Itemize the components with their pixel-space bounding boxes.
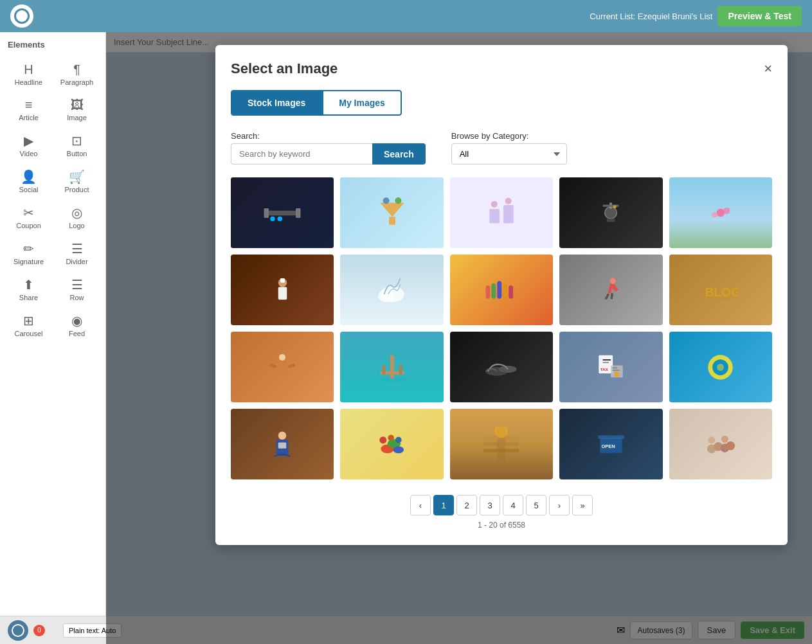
image-tabs: Stock Images My Images [231, 90, 402, 116]
svg-rect-15 [607, 219, 615, 222]
sidebar-item-row[interactable]: ☰ Row [53, 272, 100, 307]
svg-point-4 [278, 216, 283, 221]
svg-rect-0 [266, 210, 300, 215]
svg-point-10 [491, 201, 498, 207]
pagination-page-5[interactable]: 5 [526, 495, 546, 515]
pagination-page-4[interactable]: 4 [503, 495, 523, 515]
svg-rect-14 [603, 205, 619, 207]
sidebar-label-social: Social [19, 186, 39, 193]
article-icon: ≡ [25, 98, 33, 112]
svg-point-59 [388, 434, 394, 441]
tab-my-images[interactable]: My Images [322, 90, 402, 116]
sidebar-item-product[interactable]: 🛒 Product [53, 164, 100, 199]
sidebar-label-share: Share [19, 294, 38, 301]
logo-small [8, 620, 28, 641]
image-thumb[interactable] [450, 255, 553, 325]
feed-icon: ◉ [71, 313, 82, 328]
image-icon: 🖼 [71, 98, 84, 112]
svg-rect-8 [489, 209, 500, 223]
svg-rect-42 [603, 359, 611, 361]
svg-point-52 [278, 431, 287, 440]
svg-point-24 [378, 290, 394, 302]
app-header: Current List: Ezequiel Bruni's List Prev… [0, 0, 812, 32]
sidebar-item-image[interactable]: 🖼 Image [53, 93, 100, 127]
image-thumb[interactable] [450, 332, 553, 402]
sidebar-item-article[interactable]: ≡ Article [5, 93, 52, 127]
pagination-prev[interactable]: ‹ [410, 495, 431, 515]
sidebar-label-signature: Signature [14, 258, 44, 265]
svg-point-51 [717, 364, 724, 371]
share-icon: ⬆ [23, 277, 34, 292]
image-thumb[interactable] [450, 177, 553, 248]
app-logo [10, 4, 33, 28]
image-thumb[interactable] [669, 409, 772, 479]
sidebar-label-carousel: Carousel [14, 330, 42, 337]
pagination-page-3[interactable]: 3 [480, 495, 500, 515]
image-thumb[interactable] [231, 177, 334, 248]
current-list-text: Current List: Ezequiel Bruni's List [590, 12, 712, 21]
image-thumb[interactable] [559, 255, 662, 325]
sidebar-item-feed[interactable]: ◉ Feed [53, 308, 100, 343]
preview-test-button[interactable]: Preview & Test [717, 6, 802, 26]
browse-label: Browse by Category: [451, 131, 567, 141]
svg-point-57 [393, 446, 404, 453]
image-thumb[interactable] [340, 177, 443, 248]
svg-point-11 [505, 197, 512, 204]
sidebar-item-carousel[interactable]: ⊞ Carousel [5, 308, 52, 343]
image-thumb[interactable] [340, 255, 443, 325]
signature-icon: ✏ [23, 241, 34, 256]
search-button[interactable]: Search [372, 143, 426, 165]
svg-rect-27 [498, 281, 502, 299]
pagination-page-2[interactable]: 2 [456, 495, 477, 515]
bottom-left: 0 Plain text: Auto [8, 620, 122, 641]
search-input[interactable] [231, 143, 372, 165]
image-thumb[interactable] [559, 177, 662, 248]
svg-rect-28 [503, 283, 508, 299]
modal-header: Select an Image × [231, 60, 772, 77]
image-thumb[interactable]: TAX [559, 332, 662, 402]
image-thumb[interactable]: BLOG [669, 255, 772, 325]
svg-rect-63 [483, 442, 519, 446]
logo-icon [14, 8, 30, 24]
svg-text:TAX: TAX [600, 366, 609, 371]
svg-point-73 [708, 436, 716, 443]
video-icon: ▶ [24, 133, 33, 148]
image-thumb[interactable] [231, 409, 334, 479]
image-thumb[interactable]: OPEN [559, 409, 662, 479]
pagination-page-1[interactable]: 1 [433, 495, 454, 515]
image-thumb[interactable] [231, 255, 334, 325]
modal-title: Select an Image [231, 60, 338, 77]
image-thumb[interactable] [669, 332, 772, 402]
svg-rect-25 [486, 285, 491, 299]
svg-rect-21 [278, 287, 287, 300]
pagination-next[interactable]: › [549, 495, 570, 515]
sidebar-item-video[interactable]: ▶ Video [5, 128, 52, 163]
image-thumb[interactable] [231, 332, 334, 402]
sidebar-label-divider: Divider [66, 258, 87, 265]
sidebar-item-headline[interactable]: H Headline [5, 57, 52, 91]
modal-close-button[interactable]: × [764, 62, 772, 76]
sidebar-item-divider[interactable]: ☰ Divider [53, 236, 100, 271]
svg-point-7 [395, 197, 401, 204]
svg-point-72 [726, 441, 735, 450]
svg-point-16 [613, 205, 617, 208]
image-thumb[interactable] [450, 409, 553, 479]
image-thumb[interactable] [340, 409, 443, 479]
sidebar-item-logo[interactable]: ◎ Logo [53, 200, 100, 235]
svg-rect-1 [264, 208, 269, 218]
sidebar-item-share[interactable]: ⬆ Share [5, 272, 52, 307]
svg-rect-54 [278, 442, 287, 448]
browse-category-select[interactable]: All Business Nature People Technology [451, 143, 567, 165]
pagination-last[interactable]: » [572, 495, 593, 515]
svg-point-6 [383, 197, 389, 204]
sidebar-label-button: Button [67, 150, 87, 157]
image-thumb[interactable] [669, 177, 772, 248]
sidebar-item-signature[interactable]: ✏ Signature [5, 236, 52, 271]
sidebar-item-social[interactable]: 👤 Social [5, 164, 52, 199]
sidebar-item-button[interactable]: ⊡ Button [53, 128, 100, 163]
image-thumb[interactable] [340, 332, 443, 402]
sidebar-item-paragraph[interactable]: ¶ Paragraph [53, 57, 100, 91]
tab-stock-images[interactable]: Stock Images [231, 90, 322, 116]
sidebar-item-coupon[interactable]: ✂ Coupon [5, 200, 52, 235]
divider-icon: ☰ [71, 241, 83, 256]
